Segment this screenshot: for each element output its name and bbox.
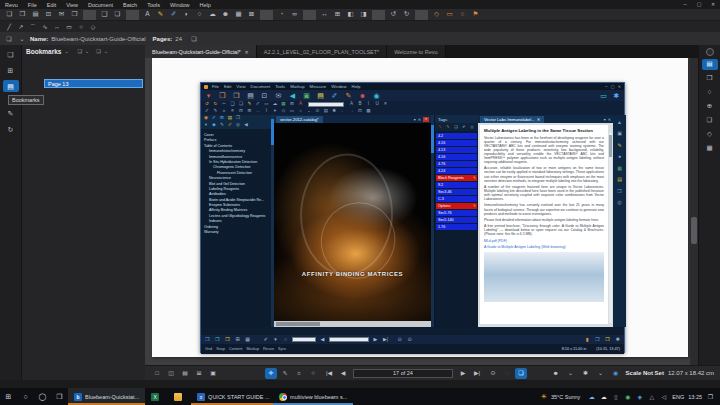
next-view-icon[interactable]: ◌ [501,368,513,379]
pen-tool-icon[interactable]: ✐ [167,10,180,20]
separator[interactable] [260,10,273,20]
first-page-icon[interactable]: |◀ [323,368,335,379]
highlighter-tool-icon[interactable]: ✎ [154,10,167,20]
paste-page-icon[interactable]: ❏ [111,10,124,20]
taskbar-app-button[interactable] [168,388,191,405]
ellipse-tool-icon[interactable]: ○ [75,22,87,31]
taskbar-app-button[interactable]: Bluebeam-Quickstat... [68,388,145,405]
separator[interactable] [126,10,139,20]
chevron-down-icon[interactable]: ⌄ [64,49,68,54]
taskbar-app-button[interactable]: QUICK START GUIDE ... [191,388,273,405]
notification-icon[interactable]: ❒ [706,394,715,400]
save-icon[interactable]: ▤ [29,10,42,20]
ellipse-tool-icon[interactable]: ○ [193,10,206,20]
cortana-button[interactable]: ◯ [34,388,51,405]
email-icon[interactable]: ✉ [55,10,68,20]
your-phone-icon[interactable]: ▯ [611,394,620,400]
search-button[interactable]: ○ [17,388,34,405]
pan-tool-icon[interactable]: ✛ [265,368,277,379]
document-scrollbar[interactable] [690,58,698,365]
clock[interactable]: 13:25 [688,394,702,400]
next-page-icon[interactable]: ▶ [457,368,469,379]
cloud-sync-icon[interactable]: ☁ [599,394,608,400]
prev-page-icon[interactable]: ◀ [337,368,349,379]
flag-icon[interactable]: ⚑ [469,10,482,20]
compare-right-icon[interactable]: ◨ [357,10,370,20]
studio-panel-icon[interactable] [706,48,714,56]
search-panel-icon[interactable]: ○ [702,87,718,98]
document-scroll-thumb[interactable] [691,217,697,244]
bookmarks-panel-icon[interactable]: ▤ [3,80,19,92]
cloud-tool-icon[interactable]: ☁ [206,10,219,20]
task-view-button[interactable]: ❐ [51,388,68,405]
properties-panel-icon[interactable]: ▤ [702,59,718,70]
language-indicator[interactable]: ENG [672,394,684,400]
sketch-polygon-icon[interactable]: ◇ [430,10,443,20]
snapshot-tool-icon[interactable]: ⌗ [293,368,305,379]
status-settings-icon[interactable]: ✱ [580,368,592,379]
menu-item[interactable]: Tools [142,2,165,8]
scale-status[interactable]: Scale Not Set [626,370,664,376]
links-panel-icon[interactable]: ⊕ [702,101,718,112]
timer-icon[interactable]: ◔ [275,10,288,20]
rectangle-tool-icon[interactable]: ▭ [63,22,75,31]
network-icon[interactable]: △ [647,394,656,400]
menu-item[interactable]: Revu [0,2,23,8]
continuous-view-icon[interactable]: ▤ [179,368,191,379]
sync-panel-icon[interactable]: ↻ [3,123,19,135]
close-document-icon[interactable]: ❒ [68,10,81,20]
close-button[interactable]: ✕ [706,0,720,9]
menu-item[interactable]: Edit [42,2,61,8]
previous-view-icon[interactable]: ⊙ [487,368,499,379]
textbox-tool-icon[interactable]: A [141,10,154,20]
signatures-panel-icon[interactable]: ✎ [3,107,19,119]
rotate-ccw-icon[interactable]: ↺ [387,10,400,20]
arrow-tool-icon[interactable]: ↗ [15,22,27,31]
menu-item[interactable]: View [61,2,83,8]
chevron-down-icon[interactable]: ⌄ [104,49,108,54]
polygon-tool-icon[interactable]: ◇ [87,22,99,31]
forms-panel-icon[interactable]: ▦ [702,143,718,154]
revu-logo-icon[interactable]: ◉ [610,368,622,379]
stamp-tool-icon[interactable]: ☻ [219,10,232,20]
bookmark-options-icon[interactable]: ❏ [96,49,100,54]
update-icon[interactable]: ◈ [635,394,644,400]
sketch-rectangle-icon[interactable]: ▭ [443,10,456,20]
facing-pages-view-icon[interactable]: ◫ [165,368,177,379]
open-icon[interactable]: ❐ [16,10,29,20]
copy-page-icon[interactable]: ❑ [98,10,111,20]
bookmark-item[interactable]: Page 13 [44,79,143,88]
line-tool-icon[interactable]: ╱ [3,22,15,31]
menu-item[interactable]: Batch [118,2,142,8]
chevron-down-icon[interactable]: ⌄ [595,368,607,379]
chevron-down-icon[interactable]: ⌄ [17,36,27,42]
layers-panel-icon[interactable]: ⊞ [3,64,19,76]
compare-left-icon[interactable]: ◧ [344,10,357,20]
fit-page-icon[interactable]: ⊞ [331,10,344,20]
image-tool-icon[interactable]: ▦ [232,10,245,20]
page-icon[interactable]: ❏ [4,36,14,42]
last-page-icon[interactable]: ▶| [471,368,483,379]
polyline-tool-icon[interactable]: ∿ [39,22,51,31]
select-tool-icon[interactable]: ⇖ [279,368,291,379]
separator[interactable] [415,10,428,20]
volume-icon[interactable]: ◁ [659,394,668,400]
onedrive-icon[interactable]: ☁ [587,394,596,400]
single-page-view-icon[interactable]: □ [151,368,163,379]
separator[interactable] [372,10,385,20]
menu-item[interactable]: Help [195,2,216,8]
new-document-icon[interactable]: ❏ [3,10,16,20]
profile-icon[interactable]: ☻ [550,368,562,379]
new-page-icon[interactable]: ❏ [189,36,199,42]
link-icon[interactable]: ∞ [288,10,301,20]
separator[interactable] [303,10,316,20]
fit-width-icon[interactable]: ↔ [318,10,331,20]
maximize-button[interactable]: ▢ [692,0,706,9]
minimize-button[interactable]: ─ [678,0,692,9]
document-tab[interactable]: Welcome to Revu ✕ [387,45,445,58]
menu-item[interactable]: Document [83,2,118,8]
weather-text[interactable]: 35°C Sunny [551,394,580,400]
menu-item[interactable]: Window [165,2,195,8]
taskbar-app-button[interactable]: multiview bluebeam s... [273,388,353,405]
arc-tool-icon[interactable]: ⌒ [27,22,39,31]
